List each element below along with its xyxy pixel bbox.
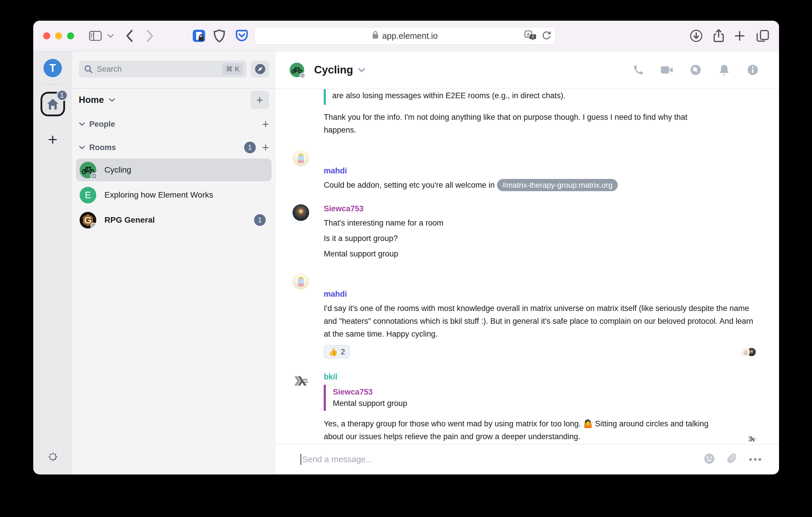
search-bar[interactable]: ⌘ K: [79, 61, 246, 78]
tab-overview-button[interactable]: [756, 29, 770, 42]
room-item-cycling[interactable]: Cycling: [76, 158, 271, 181]
message-input[interactable]: [302, 455, 703, 464]
message-text[interactable]: Thank you for the info. I'm not doing an…: [324, 111, 712, 136]
user-avatar[interactable]: T: [44, 59, 62, 77]
read-receipts[interactable]: [748, 434, 756, 443]
text-caret: [300, 454, 301, 465]
mahdi-avatar[interactable]: [293, 150, 309, 166]
downloads-button[interactable]: [690, 29, 703, 42]
url-text: app.element.io: [382, 31, 437, 41]
room-name: Cycling: [105, 165, 131, 175]
message-group-bkil[interactable]: bkil Siewca753 Mental support group Yes,…: [324, 372, 779, 443]
back-button[interactable]: [125, 29, 134, 42]
collapse-chevron-icon: [79, 145, 85, 150]
close-window-button[interactable]: [43, 32, 50, 39]
rooms-section-header[interactable]: Rooms 1 +: [79, 141, 269, 154]
room-name: RPG General: [105, 215, 155, 225]
rooms-section-label: Rooms: [89, 143, 116, 152]
gear-icon: [47, 450, 59, 463]
zoom-window-button[interactable]: [67, 32, 74, 39]
message-text[interactable]: Is it a support group?: [324, 232, 779, 245]
address-bar[interactable]: app.element.io A x̂: [254, 27, 556, 44]
notifications-button[interactable]: [714, 64, 734, 76]
add-button[interactable]: +: [251, 91, 269, 109]
browser-window: app.element.io A x̂: [33, 21, 779, 475]
settings-button[interactable]: [47, 450, 59, 464]
space-menu-chevron-icon[interactable]: [109, 98, 116, 102]
room-header-avatar[interactable]: [290, 63, 304, 77]
search-input[interactable]: [97, 65, 222, 74]
room-search-button[interactable]: [686, 64, 705, 76]
room-list-panel: ⌘ K Home + People +: [72, 51, 276, 474]
bkil-avatar[interactable]: [293, 372, 309, 389]
room-item-exploring[interactable]: E Exploring how Element Works: [76, 184, 271, 206]
mahdi-avatar[interactable]: [293, 273, 309, 290]
reaction-pill[interactable]: 👍 2: [324, 345, 350, 359]
message-text[interactable]: Yes, a therapy group for those who went …: [324, 417, 712, 443]
shield-extension-icon[interactable]: [213, 29, 226, 42]
message-text[interactable]: Mental support group: [324, 247, 779, 260]
message-timeline[interactable]: are also losing messages within E2EE roo…: [276, 89, 779, 444]
minimize-window-button[interactable]: [55, 32, 62, 39]
read-receipts[interactable]: [742, 348, 756, 356]
svg-text:A: A: [527, 32, 530, 37]
room-menu-chevron-icon[interactable]: [358, 68, 366, 72]
add-room-button[interactable]: +: [262, 142, 269, 153]
reply-sender-name[interactable]: Siewca753: [333, 387, 779, 397]
people-section-header[interactable]: People +: [79, 117, 269, 131]
public-room-globe-icon: [299, 72, 306, 79]
emoji-picker-button[interactable]: [703, 453, 716, 466]
room-info-button[interactable]: [743, 64, 763, 76]
message-group-mahdi[interactable]: mahdi I'd say it's one of the rooms with…: [324, 273, 779, 359]
sidebar-chevron-down-icon[interactable]: [107, 33, 114, 38]
tls-lock-icon: [372, 31, 379, 41]
attachment-button[interactable]: [727, 453, 737, 466]
panel-divider: [72, 88, 276, 89]
room-link-pill[interactable]: #matrix-therapy-group:matrix.org: [497, 179, 618, 191]
reply-quote[interactable]: Siewca753 Mental support group: [324, 385, 779, 411]
message-group-siewca[interactable]: Siewca753 That's interesting name for a …: [324, 204, 779, 260]
space-name[interactable]: Home: [79, 95, 104, 105]
siewca753-avatar[interactable]: [293, 204, 309, 221]
sender-name[interactable]: mahdi: [324, 166, 779, 176]
sender-name[interactable]: mahdi: [324, 289, 779, 299]
new-tab-button[interactable]: [733, 29, 746, 42]
room-item-rpg-general[interactable]: G RPG General 1: [76, 209, 271, 232]
explore-rooms-button[interactable]: [251, 61, 269, 78]
room-title[interactable]: Cycling: [314, 64, 353, 76]
message-composer[interactable]: •••: [276, 444, 779, 474]
message-text[interactable]: Could be addon, setting etc you're all w…: [324, 179, 779, 191]
add-people-button[interactable]: +: [262, 118, 269, 130]
create-space-button[interactable]: +: [48, 131, 57, 148]
sidebar-toggle-icon[interactable]: [89, 31, 102, 41]
home-unread-badge: 1: [56, 89, 68, 101]
share-button[interactable]: [712, 29, 725, 43]
svg-text:x̂: x̂: [532, 34, 534, 39]
room-name: Exploring how Element Works: [105, 190, 213, 200]
rail-divider: [42, 84, 63, 85]
more-options-button[interactable]: •••: [749, 454, 763, 465]
home-space-button[interactable]: 1: [40, 92, 65, 116]
quoted-message[interactable]: are also losing messages within E2EE roo…: [324, 89, 779, 105]
reload-icon[interactable]: [541, 30, 551, 41]
space-rail: T 1 +: [33, 51, 72, 474]
room-header: Cycling: [276, 51, 779, 89]
rpg-room-avatar: G: [80, 212, 96, 229]
message-text[interactable]: I'd say it's one of the rooms with most …: [324, 302, 758, 340]
forward-button[interactable]: [146, 29, 154, 42]
sender-name[interactable]: bkil: [324, 372, 779, 382]
translate-icon[interactable]: A x̂: [524, 30, 536, 41]
voice-call-button[interactable]: [629, 64, 648, 76]
people-section-label: People: [89, 120, 115, 129]
chat-panel: Cycling: [276, 51, 779, 474]
password-manager-extension-icon[interactable]: [192, 29, 206, 42]
reply-quoted-text: Mental support group: [333, 397, 779, 409]
mahdi-read-receipt-avatar[interactable]: [742, 348, 750, 356]
pocket-extension-icon[interactable]: [235, 30, 248, 42]
message-text[interactable]: That's interesting name for a room: [324, 216, 779, 230]
bicycle-icon: [291, 66, 302, 74]
video-call-button[interactable]: [657, 65, 677, 75]
message-group-mahdi[interactable]: mahdi Could be addon, setting etc you're…: [324, 149, 779, 191]
sender-name[interactable]: Siewca753: [324, 204, 779, 214]
bkil-read-receipt-avatar[interactable]: [748, 434, 756, 443]
